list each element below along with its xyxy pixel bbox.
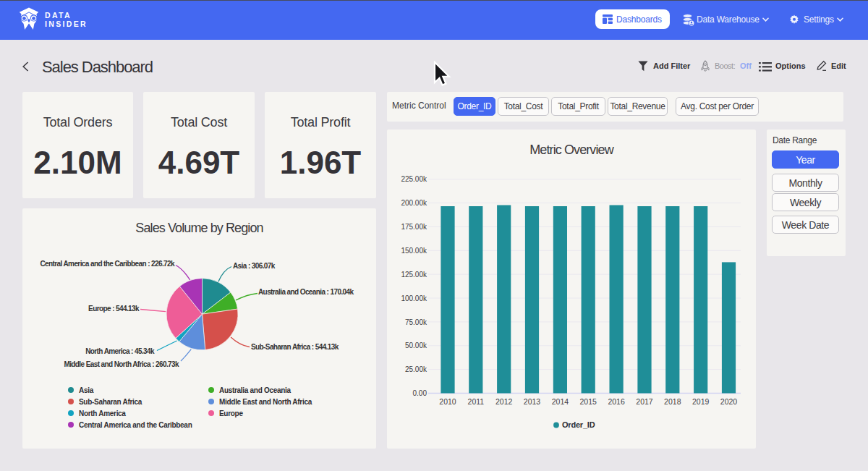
svg-text:2014: 2014 <box>552 397 569 406</box>
svg-text:2018: 2018 <box>664 397 681 406</box>
svg-text:150.00k: 150.00k <box>401 247 427 255</box>
svg-text:2013: 2013 <box>524 397 541 406</box>
svg-text:2020: 2020 <box>720 397 738 406</box>
svg-text:2017: 2017 <box>636 397 653 406</box>
svg-text:200.00k: 200.00k <box>401 199 427 207</box>
svg-text:100.00k: 100.00k <box>401 294 427 302</box>
svg-text:175.00k: 175.00k <box>401 223 427 231</box>
svg-text:2019: 2019 <box>692 397 710 406</box>
svg-text:25.00k: 25.00k <box>405 365 427 373</box>
svg-text:50.00k: 50.00k <box>405 341 427 349</box>
svg-text:2010: 2010 <box>439 397 456 406</box>
svg-text:2015: 2015 <box>580 397 597 406</box>
svg-text:2016: 2016 <box>608 397 625 406</box>
svg-text:225.00k: 225.00k <box>401 175 427 183</box>
svg-text:2012: 2012 <box>495 397 513 406</box>
svg-text:125.00k: 125.00k <box>401 271 427 279</box>
svg-text:2011: 2011 <box>468 397 485 406</box>
svg-text:0.00: 0.00 <box>413 389 427 397</box>
svg-text:75.00k: 75.00k <box>405 318 427 326</box>
